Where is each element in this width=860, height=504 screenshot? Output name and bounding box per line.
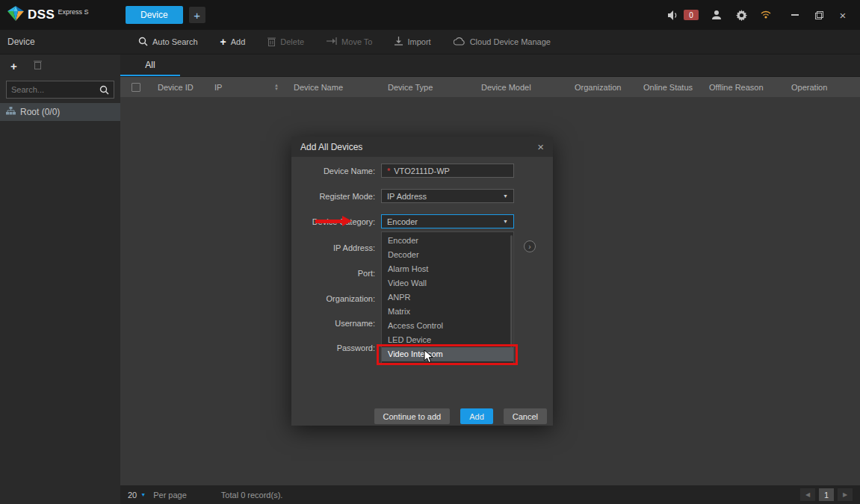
dropdown-option-alarm-host[interactable]: Alarm Host [382, 262, 513, 276]
column-online-status: Online Status [637, 83, 703, 92]
device-category-dropdown: Encoder Decoder Alarm Host Video Wall AN… [381, 231, 514, 364]
current-page[interactable]: 1 [819, 488, 834, 501]
dropdown-option-access-control[interactable]: Access Control [382, 319, 513, 333]
column-organization: Organization [569, 83, 637, 92]
per-page-label: Per page [153, 491, 187, 500]
dialog-titlebar: Add All Devices × [291, 137, 553, 157]
cancel-button[interactable]: Cancel [504, 408, 547, 424]
add-confirm-button[interactable]: Add [460, 408, 493, 424]
user-icon[interactable] [710, 8, 723, 22]
username-label: Username: [291, 319, 375, 328]
dropdown-option-video-intercom[interactable]: Video Intercom [382, 347, 513, 361]
close-button[interactable]: × [836, 8, 850, 22]
next-page-button[interactable]: ▶ [838, 488, 853, 501]
dropdown-option-matrix[interactable]: Matrix [382, 305, 513, 319]
signal-icon[interactable] [759, 8, 773, 22]
tree-item-root[interactable]: Root (0/0) [0, 103, 120, 121]
column-device-model: Device Model [475, 83, 569, 92]
dropdown-option-decoder[interactable]: Decoder [382, 248, 513, 262]
tree-search-box [6, 81, 114, 99]
titlebar: DSS Express S Device + 0 [0, 0, 860, 30]
pagination-bar: 20 ▼ Per page Total 0 record(s). ◀ 1 ▶ [120, 485, 860, 504]
select-all-checkbox[interactable] [120, 83, 152, 92]
password-label: Password: [291, 343, 375, 352]
chevron-down-icon: ▼ [140, 492, 146, 497]
column-ip: IP ▲▼ [208, 83, 288, 92]
column-device-id: Device ID [152, 83, 208, 92]
toolbar-row: Device Auto Search + Add Delete [0, 30, 860, 55]
import-button[interactable]: Import [395, 37, 430, 47]
auto-search-button[interactable]: Auto Search [138, 37, 198, 48]
add-organization-button[interactable]: + [10, 60, 17, 72]
dropdown-option-encoder[interactable]: Encoder [382, 234, 513, 248]
expand-arrow-icon[interactable]: › [524, 240, 536, 252]
sort-icon[interactable]: ▲▼ [274, 84, 288, 91]
organization-label: Organization: [291, 294, 375, 303]
chevron-down-icon: ▼ [503, 193, 508, 199]
dialog-close-icon[interactable]: × [537, 142, 544, 152]
cloud-icon [454, 37, 465, 47]
dropdown-scrollbar[interactable] [510, 235, 513, 347]
move-to-button[interactable]: Move To [327, 37, 372, 46]
column-operation: Operation [785, 83, 860, 92]
search-icon [138, 37, 148, 48]
ip-address-label: IP Address: [291, 243, 375, 252]
restore-button[interactable] [812, 8, 826, 22]
table-header: Device ID IP ▲▼ Device Name Device Type … [120, 77, 860, 97]
device-category-label: Device Category: [291, 217, 375, 226]
cloud-device-manage-button[interactable]: Cloud Device Manage [454, 37, 551, 47]
device-name-input[interactable]: * VTO2111D-WP [381, 164, 514, 178]
device-category-select[interactable]: Encoder ▼ [381, 214, 514, 228]
nav-tab-device[interactable]: Device [126, 6, 183, 24]
import-label: Import [407, 37, 430, 46]
register-mode-label: Register Mode: [291, 192, 375, 201]
dropdown-option-video-wall[interactable]: Video Wall [382, 276, 513, 290]
page-size-select[interactable]: 20 ▼ [128, 491, 146, 500]
register-mode-value: IP Address [387, 192, 427, 201]
delete-organization-button[interactable] [34, 59, 42, 72]
plus-icon: + [194, 9, 200, 22]
checkbox-icon [132, 83, 140, 92]
dss-logo-icon [7, 6, 24, 24]
tree-item-root-label: Root (0/0) [20, 107, 60, 117]
new-tab-button[interactable]: + [189, 7, 205, 23]
dialog-title: Add All Devices [300, 142, 362, 152]
dss-express-window: DSS Express S Device + 0 [0, 0, 860, 504]
app-logo: DSS Express S [0, 6, 120, 24]
continue-to-add-button[interactable]: Continue to add [374, 408, 451, 424]
device-tree-sidebar: + Root (0/0) [0, 55, 120, 504]
dropdown-option-anpr[interactable]: ANPR [382, 290, 513, 305]
organization-icon [6, 107, 16, 117]
column-ip-label: IP [214, 83, 222, 92]
list-tabstrip: All [120, 55, 860, 77]
delete-button[interactable]: Delete [267, 37, 304, 48]
total-records-label: Total 0 record(s). [221, 491, 283, 500]
plus-icon: + [220, 36, 226, 48]
device-name-label: Device Name: [291, 167, 375, 175]
alarm-count-badge[interactable]: 0 [684, 10, 699, 20]
port-label: Port: [291, 269, 375, 278]
register-mode-select[interactable]: IP Address ▼ [381, 189, 514, 203]
required-asterisk: * [387, 167, 390, 175]
minimize-button[interactable] [788, 8, 802, 22]
tab-all[interactable]: All [120, 55, 180, 76]
move-to-icon [327, 37, 337, 46]
add-button[interactable]: + Add [220, 36, 246, 48]
speaker-icon[interactable] [666, 8, 680, 22]
import-icon [395, 37, 403, 47]
brand-edition: Express S [58, 8, 88, 16]
column-device-name: Device Name [288, 83, 382, 92]
panel-title: Device [0, 37, 120, 47]
device-category-value: Encoder [387, 217, 418, 226]
delete-label: Delete [280, 37, 304, 46]
device-toolbar: Auto Search + Add Delete Move To [120, 36, 551, 48]
device-name-value: VTO2111D-WP [394, 167, 450, 175]
add-label: Add [231, 37, 246, 46]
gear-icon[interactable] [734, 8, 748, 22]
dropdown-option-led-device[interactable]: LED Device [382, 333, 513, 347]
tree-search-input[interactable] [7, 85, 95, 94]
search-icon[interactable] [95, 85, 114, 95]
page-size-value: 20 [128, 491, 137, 500]
prev-page-button[interactable]: ◀ [800, 488, 815, 501]
trash-icon [267, 37, 276, 48]
